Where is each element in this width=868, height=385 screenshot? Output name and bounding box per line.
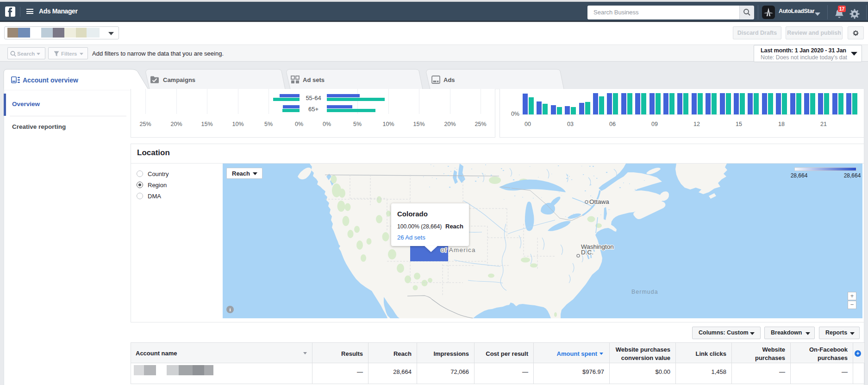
svg-text:of America: of America: [441, 246, 476, 253]
svg-text:Ottawa: Ottawa: [589, 198, 609, 205]
svg-text:Bermuda: Bermuda: [631, 289, 658, 295]
svg-text:D.C.: D.C.: [581, 249, 593, 256]
